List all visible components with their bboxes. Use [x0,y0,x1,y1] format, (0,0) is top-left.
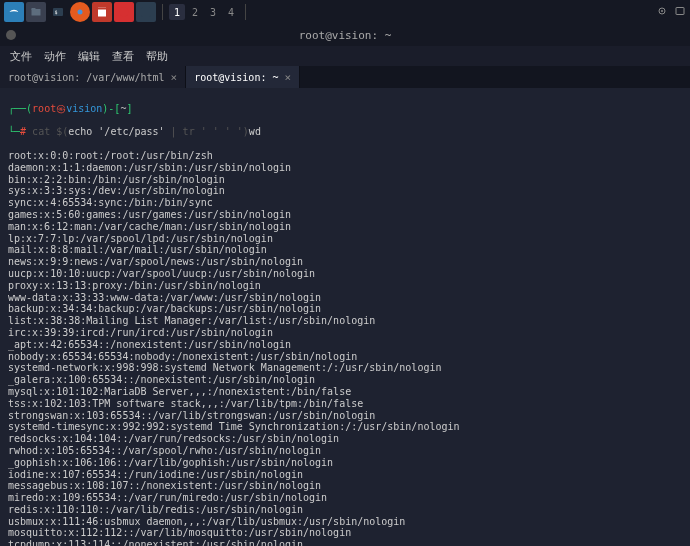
svg-rect-12 [676,8,684,15]
taskbar: $ 1 2 3 4 [0,0,690,24]
close-icon[interactable]: × [171,71,178,84]
output-line: redsocks:x:104:104::/var/run/redsocks:/u… [8,433,682,445]
menu-actions[interactable]: 动作 [44,49,66,64]
svg-text:$: $ [55,9,58,15]
prompt-line1: ┌──(root㉿vision)-[~] [8,103,682,115]
window-controls [6,30,16,40]
output-line: man:x:6:12:man:/var/cache/man:/usr/sbin/… [8,221,682,233]
window-title: root@vision: ~ [299,29,392,42]
output-line: news:x:9:9:news:/var/spool/news:/usr/sbi… [8,256,682,268]
terminal-output: root:x:0:0:root:/root:/usr/bin/zshdaemon… [8,150,682,546]
output-line: mosquitto:x:112:112::/var/lib/mosquitto:… [8,527,682,539]
output-line: lp:x:7:7:lp:/var/spool/lpd:/usr/sbin/nol… [8,233,682,245]
kali-logo-icon[interactable] [4,2,24,22]
output-line: mail:x:8:8:mail:/var/mail:/usr/sbin/nolo… [8,244,682,256]
output-line: systemd-network:x:998:998:systemd Networ… [8,362,682,374]
output-line: rwhod:x:105:65534::/var/spool/rwho:/usr/… [8,445,682,457]
output-line: backup:x:34:34:backup:/var/backups:/usr/… [8,303,682,315]
output-line: iodine:x:107:65534::/run/iodine:/usr/sbi… [8,469,682,481]
menu-view[interactable]: 查看 [112,49,134,64]
workspace-4[interactable]: 4 [223,4,239,20]
window-menu-icon[interactable] [6,30,16,40]
menu-help[interactable]: 帮助 [146,49,168,64]
output-line: strongswan:x:103:65534::/var/lib/strongs… [8,410,682,422]
output-line: _galera:x:100:65534::/nonexistent:/usr/s… [8,374,682,386]
svg-rect-1 [32,8,36,10]
workspace-2[interactable]: 2 [187,4,203,20]
output-line: tcpdump:x:113:114::/nonexistent:/usr/sbi… [8,539,682,546]
output-line: mysql:x:101:102:MariaDB Server,,,:/nonex… [8,386,682,398]
tab-label: root@vision: ~ [194,72,278,83]
workspace-3[interactable]: 3 [205,4,221,20]
output-line: sys:x:3:3:sys:/dev:/usr/sbin/nologin [8,185,682,197]
window-icon[interactable] [674,5,686,19]
output-line: root:x:0:0:root:/root:/usr/bin/zsh [8,150,682,162]
firefox-icon[interactable] [70,2,90,22]
menubar: 文件 动作 编辑 查看 帮助 [0,46,690,66]
output-line: irc:x:39:39:ircd:/run/ircd:/usr/sbin/nol… [8,327,682,339]
close-icon[interactable]: × [284,71,291,84]
svg-point-8 [120,8,129,17]
output-line: games:x:5:60:games:/usr/games:/usr/sbin/… [8,209,682,221]
output-line: list:x:38:38:Mailing List Manager:/var/l… [8,315,682,327]
tab-inactive[interactable]: root@vision: /var/www/html × [0,66,186,88]
workspace-1[interactable]: 1 [169,4,185,20]
svg-point-11 [661,10,663,12]
svg-point-5 [78,10,83,15]
separator [245,4,246,20]
menu-edit[interactable]: 编辑 [78,49,100,64]
output-line: usbmux:x:111:46:usbmux daemon,,,:/var/li… [8,516,682,528]
output-line: _apt:x:42:65534::/nonexistent:/usr/sbin/… [8,339,682,351]
output-line: redis:x:110:110::/var/lib/redis:/usr/sbi… [8,504,682,516]
app-dark-icon[interactable] [136,2,156,22]
tab-active[interactable]: root@vision: ~ × [186,66,300,88]
output-line: sync:x:4:65534:sync:/bin:/bin/sync [8,197,682,209]
output-line: uucp:x:10:10:uucp:/var/spool/uucp:/usr/s… [8,268,682,280]
output-line: messagebus:x:108:107::/nonexistent:/usr/… [8,480,682,492]
terminal-icon[interactable]: $ [48,2,68,22]
window-titlebar[interactable]: root@vision: ~ [0,24,690,46]
output-line: bin:x:2:2:bin:/bin:/usr/sbin/nologin [8,174,682,186]
svg-rect-9 [142,8,151,17]
output-line: nobody:x:65534:65534:nobody:/nonexistent… [8,351,682,363]
prompt-line2: └─# cat $(echo '/etc/pass' | tr ' ' ' ')… [8,126,682,138]
separator [162,4,163,20]
app-red-icon[interactable] [114,2,134,22]
output-line: daemon:x:1:1:daemon:/usr/sbin:/usr/sbin/… [8,162,682,174]
note-icon[interactable] [92,2,112,22]
menu-file[interactable]: 文件 [10,49,32,64]
tab-label: root@vision: /var/www/html [8,72,165,83]
output-line: www-data:x:33:33:www-data:/var/www:/usr/… [8,292,682,304]
svg-rect-7 [98,8,106,10]
output-line: miredo:x:109:65534::/var/run/miredo:/usr… [8,492,682,504]
tabbar: root@vision: /var/www/html × root@vision… [0,66,690,88]
record-icon[interactable] [656,5,668,19]
terminal-area[interactable]: ┌──(root㉿vision)-[~] └─# cat $(echo '/et… [0,88,690,546]
files-icon[interactable] [26,2,46,22]
output-line: proxy:x:13:13:proxy:/bin:/usr/sbin/nolog… [8,280,682,292]
output-line: _gophish:x:106:106::/var/lib/gophish:/us… [8,457,682,469]
output-line: tss:x:102:103:TPM software stack,,,:/var… [8,398,682,410]
output-line: systemd-timesync:x:992:992:systemd Time … [8,421,682,433]
